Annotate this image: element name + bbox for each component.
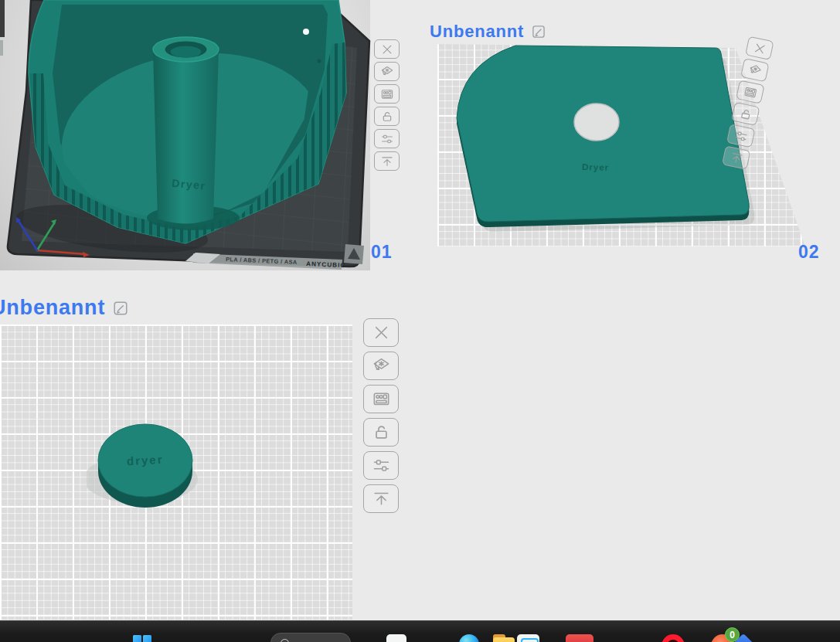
taskbar-app-file-explorer-icon[interactable] [493, 634, 515, 642]
delete-button[interactable] [745, 36, 774, 60]
plate-1-badge: 01 [371, 242, 393, 263]
delete-icon [380, 42, 394, 56]
plate-3-scene[interactable]: dryer [87, 416, 204, 515]
export-icon [728, 149, 744, 165]
side-toolbar-1 [374, 39, 400, 171]
preview-icon [380, 65, 394, 79]
export-icon [380, 155, 394, 168]
side-toolbar-3 [363, 318, 399, 513]
plate-3-title: Unbenannt [0, 296, 129, 320]
sliders-icon [380, 132, 394, 146]
taskbar-app-screenshot-tool-icon[interactable] [517, 634, 539, 642]
adjust-button[interactable] [374, 129, 400, 148]
desktop: Dryer PLA / ABS / PETG / ASA ANYCUBIC 01 [0, 0, 840, 642]
plate-settings-icon [380, 87, 394, 101]
preview-button[interactable] [740, 58, 769, 82]
export-button[interactable] [363, 484, 399, 513]
notification-badge: 0 [725, 627, 740, 642]
export-button[interactable] [374, 151, 400, 171]
plate-settings-button[interactable] [736, 80, 764, 104]
delete-icon [372, 323, 391, 342]
windows-logo-icon [133, 635, 141, 642]
taskbar-app-edge-browser-icon[interactable] [459, 634, 479, 642]
unlock-icon [380, 110, 394, 124]
search-box[interactable] [270, 633, 351, 642]
start-button[interactable] [133, 635, 151, 642]
taskbar: 0 [0, 620, 840, 642]
preview-button[interactable] [374, 62, 400, 81]
plate-settings-icon [742, 83, 758, 100]
plate-settings-button[interactable] [374, 84, 400, 104]
taskbar-app-notes[interactable] [386, 634, 406, 642]
model-3-embossed-label: dryer [127, 453, 164, 467]
taskbar-app-opera-icon[interactable] [661, 634, 685, 642]
search-icon [281, 639, 289, 642]
model-screw-hole [303, 29, 309, 35]
edit-pencil-icon [112, 300, 129, 317]
sliders-icon [733, 127, 749, 144]
delete-button[interactable] [363, 318, 399, 347]
delete-icon [751, 40, 767, 56]
model-2-embossed-label: Dryer [582, 162, 609, 172]
plate-settings-icon [372, 389, 391, 409]
adjust-button[interactable] [363, 451, 399, 480]
preview-icon [746, 62, 763, 78]
delete-button[interactable] [374, 39, 400, 59]
preview-button[interactable] [363, 352, 399, 380]
plate-2-scene[interactable]: Dryer [429, 19, 835, 259]
lock-button[interactable] [731, 102, 760, 126]
taskbar-app-red-icon[interactable] [566, 634, 593, 642]
unlock-icon [372, 423, 391, 442]
unlock-icon [737, 106, 753, 122]
build-plate-1-scene[interactable]: Dryer PLA / ABS / PETG / ASA ANYCUBIC [0, 0, 371, 270]
plate-3-title-text: Unbenannt [0, 296, 105, 320]
model-dryer-disc[interactable]: dryer [98, 424, 192, 508]
sliders-icon [372, 456, 391, 475]
preview-icon [372, 356, 391, 375]
adjust-button[interactable] [726, 124, 755, 148]
plate-2-badge: 02 [798, 242, 820, 263]
lid-hole [574, 104, 619, 141]
plate-settings-button[interactable] [363, 385, 399, 413]
lock-button[interactable] [374, 107, 400, 126]
export-icon [372, 489, 391, 508]
lock-button[interactable] [363, 418, 399, 447]
rename-plate-3-button[interactable] [112, 300, 129, 317]
